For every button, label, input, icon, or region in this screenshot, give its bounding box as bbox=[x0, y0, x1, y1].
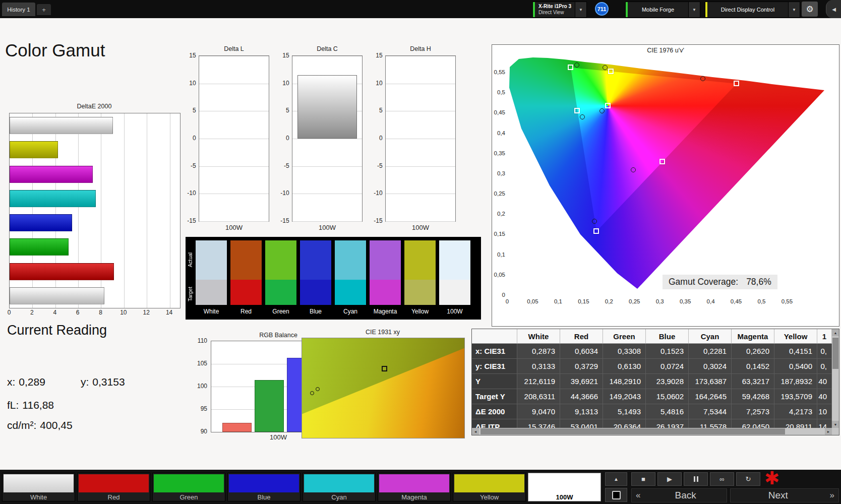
gridline bbox=[292, 56, 362, 56]
tick-label: 6 bbox=[73, 309, 83, 316]
gridline bbox=[292, 194, 362, 194]
patch-button-cyan[interactable]: Cyan bbox=[303, 473, 376, 501]
tick-label: -15 bbox=[280, 217, 289, 224]
tick-label: 15 bbox=[282, 52, 289, 59]
tab-history[interactable]: History 1 bbox=[2, 3, 35, 16]
vscroll-thumb[interactable] bbox=[832, 338, 838, 369]
deltae-bar-100w bbox=[10, 287, 104, 304]
add-tab-button[interactable]: + bbox=[37, 4, 51, 15]
chevron-down-icon[interactable]: ▼ bbox=[788, 2, 800, 17]
continuous-read-button[interactable]: ∞ bbox=[710, 472, 734, 486]
tick-label: -5 bbox=[377, 162, 383, 169]
meter-label: X-Rite i1Pro 3 Direct View bbox=[535, 2, 575, 17]
meter-dropdown[interactable]: X-Rite i1Pro 3 Direct View ▼ bbox=[532, 2, 587, 18]
row-label: ΔE ITP bbox=[472, 419, 517, 428]
tick-label: 15 bbox=[376, 52, 382, 59]
pause-button[interactable] bbox=[684, 472, 708, 486]
patch-swatch bbox=[154, 474, 224, 492]
tick-label: 0,25 bbox=[626, 298, 642, 304]
table-cell: 149,2043 bbox=[603, 389, 646, 404]
target-swatch bbox=[404, 280, 436, 305]
table-cell: 0,6130 bbox=[603, 359, 646, 374]
patch-swatch bbox=[529, 474, 599, 492]
table-cell: 15,0602 bbox=[646, 389, 689, 404]
vscroll-track[interactable] bbox=[832, 336, 839, 421]
swatch-label: 100W bbox=[439, 308, 470, 315]
table-cell: 212,6119 bbox=[517, 374, 560, 389]
scroll-corner bbox=[832, 428, 839, 435]
tick-label: 0,5 bbox=[492, 89, 505, 95]
back-button[interactable]: « Back bbox=[631, 488, 727, 502]
tick-label: 0,45 bbox=[728, 298, 744, 304]
back-label: Back bbox=[644, 490, 727, 501]
patch-button-green[interactable]: Green bbox=[152, 473, 225, 501]
cd-label: cd/m²: bbox=[7, 419, 36, 431]
tick-label: 110 bbox=[198, 337, 207, 344]
patch-button-100w[interactable]: 100W bbox=[528, 473, 601, 501]
play-button[interactable]: ▶ bbox=[657, 472, 682, 486]
patch-buttons: WhiteRedGreenBlueCyanMagentaYellow100W bbox=[2, 473, 601, 501]
vertical-scrollbar[interactable]: ▲ ▼ bbox=[832, 329, 839, 428]
gridline bbox=[386, 111, 455, 111]
refresh-button[interactable]: ↻ bbox=[736, 472, 760, 486]
table-body: x: CIE310,28730,60340,33080,15230,22810,… bbox=[472, 344, 832, 428]
tick-label: 0,05 bbox=[524, 298, 540, 304]
patch-label: Red bbox=[78, 493, 150, 501]
expand-panel-button[interactable]: ▲ bbox=[605, 472, 627, 486]
patch-window-button[interactable] bbox=[605, 488, 627, 502]
patch-button-white[interactable]: White bbox=[2, 473, 75, 501]
delta-charts: Delta L151050-5-10-15100WDelta C151050-5… bbox=[182, 45, 456, 231]
hscroll-thumb[interactable] bbox=[480, 428, 785, 434]
patch-swatch bbox=[454, 474, 524, 492]
tick-label: 5 bbox=[286, 107, 289, 114]
scroll-up-arrow[interactable]: ▲ bbox=[832, 329, 839, 336]
gridline bbox=[199, 84, 269, 84]
rgb-bar-green bbox=[255, 380, 284, 432]
chevron-down-icon[interactable]: ▼ bbox=[575, 2, 586, 17]
chevron-down-icon[interactable]: ▼ bbox=[688, 2, 700, 17]
target-swatch bbox=[230, 280, 262, 305]
page-title: Color Gamut bbox=[5, 40, 105, 60]
bar-row bbox=[10, 235, 180, 259]
delta-chart-delta-l: Delta L151050-5-10-15100W bbox=[182, 45, 269, 231]
horizontal-scrollbar[interactable]: ◄ ► bbox=[472, 428, 832, 435]
patch-swatch bbox=[379, 474, 449, 492]
hscroll-track[interactable] bbox=[479, 428, 825, 435]
scroll-down-arrow[interactable]: ▼ bbox=[832, 421, 839, 428]
gridline bbox=[386, 166, 455, 167]
table-cell: 0,2281 bbox=[689, 344, 732, 359]
table-cell: 193,5709 bbox=[774, 389, 817, 404]
fl-label: fL: bbox=[7, 399, 19, 411]
stop-button[interactable]: ■ bbox=[631, 472, 655, 486]
display-dropdown[interactable]: Direct Display Control ▼ bbox=[705, 2, 800, 18]
target-swatch bbox=[300, 280, 331, 305]
scroll-left-arrow[interactable]: ◄ bbox=[472, 428, 479, 435]
target-row-label: Target bbox=[187, 281, 194, 306]
target-marker-green bbox=[568, 65, 573, 70]
tick-label: 10 bbox=[282, 80, 289, 87]
next-button[interactable]: Next » bbox=[730, 488, 839, 502]
scroll-right-arrow[interactable]: ► bbox=[825, 428, 832, 435]
swatch-label: Blue bbox=[300, 308, 331, 315]
row-label: Y bbox=[472, 374, 517, 389]
patch-button-magenta[interactable]: Magenta bbox=[378, 473, 451, 501]
table-cell: 9,0470 bbox=[517, 404, 560, 419]
tick-label: 0,2 bbox=[492, 211, 505, 217]
column-header: Yellow bbox=[774, 329, 817, 344]
gear-icon: ⚙ bbox=[806, 4, 813, 15]
table-cell: 0,0724 bbox=[646, 359, 689, 374]
patch-button-blue[interactable]: Blue bbox=[227, 473, 301, 501]
meter-count-badge[interactable]: 711 bbox=[595, 2, 609, 16]
y-value: 0,3153 bbox=[92, 376, 125, 388]
table-cell: 4,2173 bbox=[774, 404, 817, 419]
patch-button-yellow[interactable]: Yellow bbox=[453, 473, 526, 501]
tick-label: 5 bbox=[379, 107, 383, 114]
cie1976-plot bbox=[507, 55, 832, 297]
patch-button-red[interactable]: Red bbox=[77, 473, 150, 501]
settings-button[interactable]: ⚙ bbox=[802, 2, 818, 17]
actual-swatch bbox=[370, 240, 401, 280]
source-dropdown[interactable]: Mobile Forge ▼ bbox=[625, 2, 700, 18]
collapse-panel-button[interactable]: ◀ bbox=[826, 0, 841, 18]
column-header: Cyan bbox=[689, 329, 732, 344]
delta-bar bbox=[297, 75, 357, 139]
